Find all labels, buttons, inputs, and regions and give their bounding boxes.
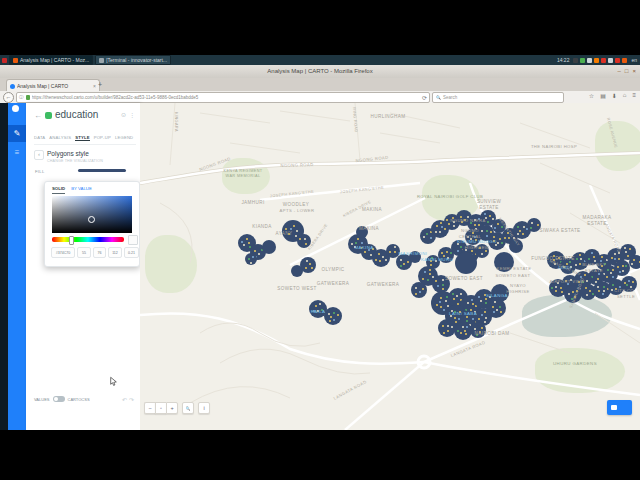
locate-button[interactable]: ◦ [155,402,166,414]
fill-label: FILL [35,169,45,174]
map-label: WOODLEY [283,202,309,207]
search-bar[interactable]: 🔍 Search [432,92,564,103]
alpha-input[interactable]: 0.21 [124,247,139,258]
map-canvas[interactable]: HURLINGHAMTHE NAIROBI HOSPJAMHURIWOODLEY… [140,103,640,430]
tray-icon[interactable] [608,58,613,63]
facility-dot [572,291,574,293]
site-info-icon[interactable]: ⓘ [19,95,24,100]
layer-visibility-icon[interactable]: ⊙ [121,111,126,118]
facility-dot [598,273,600,275]
taskbar-task[interactable]: [Terminal - innovator-start... [95,55,171,65]
tray-icon[interactable] [594,58,599,63]
carto-logo-icon[interactable] [12,105,19,112]
facility-dot [460,293,462,295]
facility-dot [419,291,421,293]
fill-color-bar[interactable] [78,169,126,172]
settings-sliders-icon[interactable]: ≡ [8,147,26,159]
tray-icon[interactable] [615,58,620,63]
map-search-button[interactable]: 🔍 [182,402,194,414]
tray-icon[interactable] [580,58,585,63]
tab-style[interactable]: STYLE [75,135,90,141]
map-label: UHURU GARDENS [553,361,597,366]
gradient-selector[interactable] [88,216,95,223]
redo-icon[interactable]: ↷ [129,396,134,403]
facility-dot [309,263,311,265]
facility-dot [619,271,621,273]
tab-legend[interactable]: LEGEND [115,135,133,141]
facility-dot [296,230,298,232]
window-titlebar[interactable]: Analysis Map | CARTO - Mozilla Firefox –… [0,65,640,79]
facility-dot [481,314,483,316]
taskbar-task[interactable]: Analysis Map | CARTO - Moz... [9,55,93,65]
facility-dot [632,281,634,283]
facility-dot [519,230,521,232]
facility-dot [429,273,431,275]
facility-dot [436,304,438,306]
bookmark-star-icon[interactable]: ☆ [589,92,594,99]
data-bubble[interactable] [245,253,257,265]
map-label: THE NAIROBI HOSP [531,144,577,149]
back-button[interactable]: ← [3,92,14,103]
map-label: NYAYO [510,283,526,288]
tab-analysis[interactable]: ANALYSIS [49,135,71,141]
library-icon[interactable]: ▤ [600,92,606,99]
tab-pop-up[interactable]: POP-UP [94,135,111,141]
tray-icon[interactable] [622,58,627,63]
values-cartocss-toggle[interactable] [53,396,65,402]
maximize-button[interactable]: □ [625,68,629,74]
data-bubble[interactable] [629,255,640,269]
edit-pencil-icon[interactable]: ✎ [8,125,26,142]
tab-data[interactable]: DATA [34,135,45,141]
tray-icon[interactable] [587,58,592,63]
facility-dot [598,290,600,292]
picker-tab-byvalue[interactable]: BY VALUE [71,186,92,194]
menu-icon[interactable]: ≡ [632,92,636,99]
facility-dot [606,276,608,278]
facility-dot [440,306,442,308]
tray-icon[interactable] [573,58,578,63]
tray-icon[interactable] [601,58,606,63]
collapse-section-button[interactable]: ‹ [34,150,44,160]
data-bubble[interactable] [262,240,276,254]
facility-dot [453,225,455,227]
url-bar[interactable]: ⓘ https://thenewschool.carto.com/u/build… [16,92,430,103]
facility-dot [602,293,604,295]
facility-dot [478,296,480,298]
undo-icon[interactable]: ↶ [122,396,127,403]
zoom-out-button[interactable]: − [144,402,155,414]
close-button[interactable]: × [632,68,636,74]
facility-dot [627,255,629,257]
zoom-in-button[interactable]: + [166,402,178,414]
more-options-icon[interactable]: ⋮ [129,111,135,118]
panel-back-button[interactable]: ← [34,111,42,120]
r-input[interactable]: 55 [77,247,91,258]
hue-slider[interactable] [52,237,124,242]
reload-icon[interactable]: ⟳ [422,94,427,101]
data-bubble[interactable] [455,252,477,274]
facility-dot [624,247,626,249]
g-input[interactable]: 76 [93,247,106,258]
new-tab-button[interactable]: + [98,81,102,88]
color-swatch-button[interactable] [128,235,138,245]
minimize-button[interactable]: – [618,68,621,74]
facility-dot [568,293,570,295]
map-label: ESTATE [585,268,603,273]
map-label: MAKINA [359,226,379,231]
hue-slider-handle[interactable] [69,236,74,245]
data-bubble[interactable] [291,265,303,277]
tab-close-icon[interactable]: × [93,83,96,89]
download-icon[interactable]: ⬇ [612,92,617,99]
picker-tab-solid[interactable]: SOLID [52,186,65,194]
data-bubble[interactable] [324,307,342,325]
url-text[interactable]: https://thenewschool.carto.com/u/builder… [32,95,420,100]
facility-dot [593,256,595,258]
facility-dot [472,303,474,305]
b-input[interactable]: 112 [108,247,122,258]
saturation-gradient[interactable] [52,196,132,233]
data-bubble[interactable] [411,282,427,298]
home-icon[interactable]: ⌂ [623,92,627,99]
facility-dot [415,287,417,289]
map-info-button[interactable]: i [198,402,210,414]
hex-input[interactable]: #374C70 [51,247,75,258]
basemap-button[interactable] [607,400,632,415]
